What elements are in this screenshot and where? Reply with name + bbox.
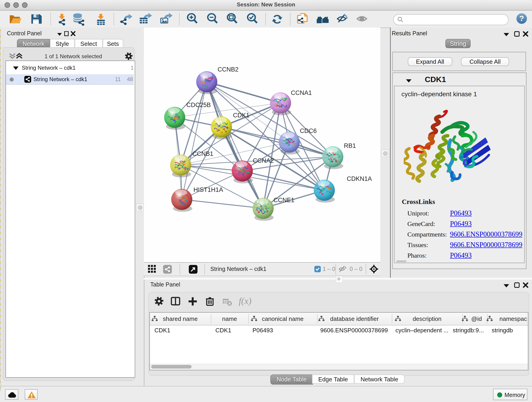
svg-text:CCNB2: CCNB2	[217, 66, 239, 73]
svg-text:CDC6: CDC6	[300, 128, 317, 134]
svg-text:CDK1: CDK1	[233, 112, 249, 119]
svg-text:RB1: RB1	[344, 142, 356, 149]
svg-text:CCNE1: CCNE1	[273, 197, 294, 204]
svg-text:CCNA2: CCNA2	[253, 157, 274, 164]
svg-text:CCNA1: CCNA1	[291, 89, 312, 96]
svg-text:CDKN1A: CDKN1A	[347, 175, 372, 182]
svg-text:CCNB1: CCNB1	[192, 150, 213, 157]
svg-text:1 of 1 Network selected: 1 of 1 Network selected	[45, 53, 102, 59]
svg-text:HIST1H1A: HIST1H1A	[194, 186, 223, 193]
svg-text:CDC25B: CDC25B	[186, 102, 211, 108]
